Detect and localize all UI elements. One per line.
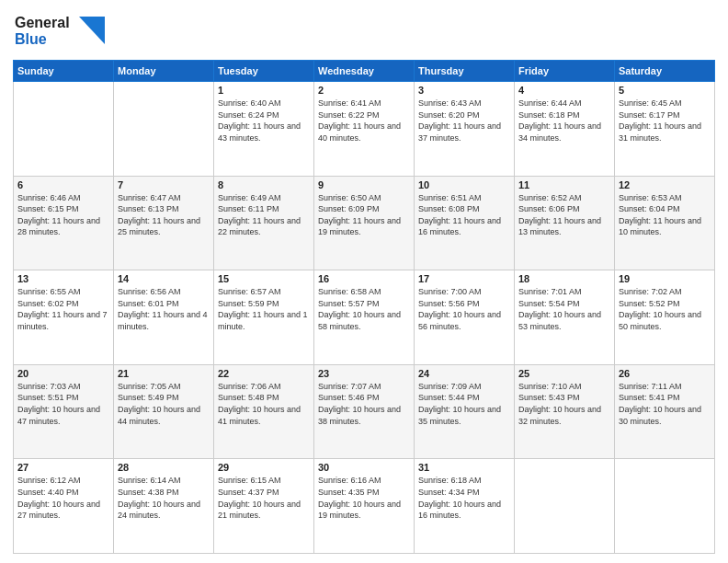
table-row: 18Sunrise: 7:01 AM Sunset: 5:54 PM Dayli… <box>515 270 615 365</box>
logo-svg: General Blue <box>13 9 105 51</box>
table-row <box>615 459 715 554</box>
cell-day-number: 8 <box>218 179 310 190</box>
table-row: 5Sunrise: 6:45 AM Sunset: 6:17 PM Daylig… <box>615 82 715 177</box>
svg-marker-2 <box>79 17 105 44</box>
table-row: 2Sunrise: 6:41 AM Sunset: 6:22 PM Daylig… <box>314 82 415 177</box>
table-row: 29Sunrise: 6:15 AM Sunset: 4:37 PM Dayli… <box>214 459 314 554</box>
table-row: 31Sunrise: 6:18 AM Sunset: 4:34 PM Dayli… <box>415 459 515 554</box>
cell-info: Sunrise: 6:44 AM Sunset: 6:18 PM Dayligh… <box>518 98 610 144</box>
cell-day-number: 15 <box>218 273 310 284</box>
table-row: 28Sunrise: 6:14 AM Sunset: 4:38 PM Dayli… <box>114 459 214 554</box>
table-row: 26Sunrise: 7:11 AM Sunset: 5:41 PM Dayli… <box>615 364 715 459</box>
table-row: 23Sunrise: 7:07 AM Sunset: 5:46 PM Dayli… <box>314 364 415 459</box>
cell-day-number: 20 <box>17 368 109 379</box>
cell-day-number: 26 <box>619 368 711 379</box>
calendar-week-row: 20Sunrise: 7:03 AM Sunset: 5:51 PM Dayli… <box>14 364 715 459</box>
cell-info: Sunrise: 6:50 AM Sunset: 6:09 PM Dayligh… <box>318 192 410 238</box>
cell-day-number: 12 <box>619 179 711 190</box>
cell-info: Sunrise: 7:07 AM Sunset: 5:46 PM Dayligh… <box>318 381 410 427</box>
cell-day-number: 31 <box>418 462 510 473</box>
table-row: 20Sunrise: 7:03 AM Sunset: 5:51 PM Dayli… <box>14 364 114 459</box>
cell-day-number: 9 <box>318 179 410 190</box>
cell-day-number: 1 <box>218 85 310 96</box>
table-row: 4Sunrise: 6:44 AM Sunset: 6:18 PM Daylig… <box>515 82 615 177</box>
table-row: 24Sunrise: 7:09 AM Sunset: 5:44 PM Dayli… <box>415 364 515 459</box>
page: General Blue Sunday Monday Tuesday Wedne… <box>0 0 728 563</box>
cell-day-number: 24 <box>418 368 510 379</box>
cell-info: Sunrise: 6:46 AM Sunset: 6:15 PM Dayligh… <box>17 192 109 238</box>
cell-info: Sunrise: 6:40 AM Sunset: 6:24 PM Dayligh… <box>218 98 310 144</box>
cell-info: Sunrise: 7:00 AM Sunset: 5:56 PM Dayligh… <box>418 286 510 332</box>
cell-day-number: 19 <box>619 273 711 284</box>
calendar-header-row: Sunday Monday Tuesday Wednesday Thursday… <box>14 61 715 82</box>
calendar-week-row: 1Sunrise: 6:40 AM Sunset: 6:24 PM Daylig… <box>14 82 715 177</box>
cell-day-number: 25 <box>518 368 610 379</box>
svg-text:General: General <box>15 15 70 30</box>
cell-day-number: 22 <box>218 368 310 379</box>
table-row: 6Sunrise: 6:46 AM Sunset: 6:15 PM Daylig… <box>14 176 114 270</box>
table-row: 9Sunrise: 6:50 AM Sunset: 6:09 PM Daylig… <box>314 176 415 270</box>
table-row: 22Sunrise: 7:06 AM Sunset: 5:48 PM Dayli… <box>214 364 314 459</box>
table-row: 12Sunrise: 6:53 AM Sunset: 6:04 PM Dayli… <box>615 176 715 270</box>
cell-info: Sunrise: 6:57 AM Sunset: 5:59 PM Dayligh… <box>218 286 310 332</box>
calendar-week-row: 27Sunrise: 6:12 AM Sunset: 4:40 PM Dayli… <box>14 459 715 554</box>
table-row: 27Sunrise: 6:12 AM Sunset: 4:40 PM Dayli… <box>14 459 114 554</box>
table-row <box>515 459 615 554</box>
table-row <box>14 82 114 177</box>
cell-info: Sunrise: 6:47 AM Sunset: 6:13 PM Dayligh… <box>118 192 210 238</box>
calendar-table: Sunday Monday Tuesday Wednesday Thursday… <box>13 60 715 554</box>
cell-info: Sunrise: 6:16 AM Sunset: 4:35 PM Dayligh… <box>318 475 410 521</box>
table-row: 13Sunrise: 6:55 AM Sunset: 6:02 PM Dayli… <box>14 270 114 365</box>
cell-info: Sunrise: 6:51 AM Sunset: 6:08 PM Dayligh… <box>418 192 510 238</box>
table-row: 10Sunrise: 6:51 AM Sunset: 6:08 PM Dayli… <box>415 176 515 270</box>
table-row: 15Sunrise: 6:57 AM Sunset: 5:59 PM Dayli… <box>214 270 314 365</box>
cell-info: Sunrise: 6:56 AM Sunset: 6:01 PM Dayligh… <box>118 286 210 332</box>
cell-info: Sunrise: 7:09 AM Sunset: 5:44 PM Dayligh… <box>418 381 510 427</box>
table-row: 11Sunrise: 6:52 AM Sunset: 6:06 PM Dayli… <box>515 176 615 270</box>
cell-info: Sunrise: 6:41 AM Sunset: 6:22 PM Dayligh… <box>318 98 410 144</box>
cell-day-number: 13 <box>17 273 109 284</box>
cell-day-number: 11 <box>518 179 610 190</box>
cell-day-number: 4 <box>518 85 610 96</box>
table-row: 25Sunrise: 7:10 AM Sunset: 5:43 PM Dayli… <box>515 364 615 459</box>
cell-day-number: 3 <box>418 85 510 96</box>
cell-info: Sunrise: 7:06 AM Sunset: 5:48 PM Dayligh… <box>218 381 310 427</box>
table-row: 7Sunrise: 6:47 AM Sunset: 6:13 PM Daylig… <box>114 176 214 270</box>
cell-info: Sunrise: 7:11 AM Sunset: 5:41 PM Dayligh… <box>619 381 711 427</box>
cell-info: Sunrise: 6:49 AM Sunset: 6:11 PM Dayligh… <box>218 192 310 238</box>
cell-day-number: 29 <box>218 462 310 473</box>
cell-info: Sunrise: 6:58 AM Sunset: 5:57 PM Dayligh… <box>318 286 410 332</box>
col-saturday: Saturday <box>615 61 715 82</box>
table-row: 21Sunrise: 7:05 AM Sunset: 5:49 PM Dayli… <box>114 364 214 459</box>
cell-info: Sunrise: 6:12 AM Sunset: 4:40 PM Dayligh… <box>17 475 109 521</box>
cell-day-number: 14 <box>118 273 210 284</box>
table-row: 30Sunrise: 6:16 AM Sunset: 4:35 PM Dayli… <box>314 459 415 554</box>
table-row: 16Sunrise: 6:58 AM Sunset: 5:57 PM Dayli… <box>314 270 415 365</box>
cell-info: Sunrise: 6:45 AM Sunset: 6:17 PM Dayligh… <box>619 98 711 144</box>
cell-info: Sunrise: 7:02 AM Sunset: 5:52 PM Dayligh… <box>619 286 711 332</box>
col-monday: Monday <box>114 61 214 82</box>
col-tuesday: Tuesday <box>214 61 314 82</box>
cell-day-number: 21 <box>118 368 210 379</box>
cell-day-number: 6 <box>17 179 109 190</box>
svg-text:Blue: Blue <box>15 31 47 47</box>
cell-day-number: 17 <box>418 273 510 284</box>
table-row: 8Sunrise: 6:49 AM Sunset: 6:11 PM Daylig… <box>214 176 314 270</box>
cell-day-number: 30 <box>318 462 410 473</box>
table-row <box>114 82 214 177</box>
table-row: 19Sunrise: 7:02 AM Sunset: 5:52 PM Dayli… <box>615 270 715 365</box>
table-row: 14Sunrise: 6:56 AM Sunset: 6:01 PM Dayli… <box>114 270 214 365</box>
cell-info: Sunrise: 7:10 AM Sunset: 5:43 PM Dayligh… <box>518 381 610 427</box>
cell-day-number: 2 <box>318 85 410 96</box>
logo: General Blue <box>13 9 105 54</box>
table-row: 1Sunrise: 6:40 AM Sunset: 6:24 PM Daylig… <box>214 82 314 177</box>
cell-day-number: 16 <box>318 273 410 284</box>
cell-day-number: 7 <box>118 179 210 190</box>
cell-day-number: 28 <box>118 462 210 473</box>
table-row: 3Sunrise: 6:43 AM Sunset: 6:20 PM Daylig… <box>415 82 515 177</box>
table-row: 17Sunrise: 7:00 AM Sunset: 5:56 PM Dayli… <box>415 270 515 365</box>
cell-info: Sunrise: 6:53 AM Sunset: 6:04 PM Dayligh… <box>619 192 711 238</box>
calendar-week-row: 6Sunrise: 6:46 AM Sunset: 6:15 PM Daylig… <box>14 176 715 270</box>
col-sunday: Sunday <box>14 61 114 82</box>
cell-day-number: 10 <box>418 179 510 190</box>
